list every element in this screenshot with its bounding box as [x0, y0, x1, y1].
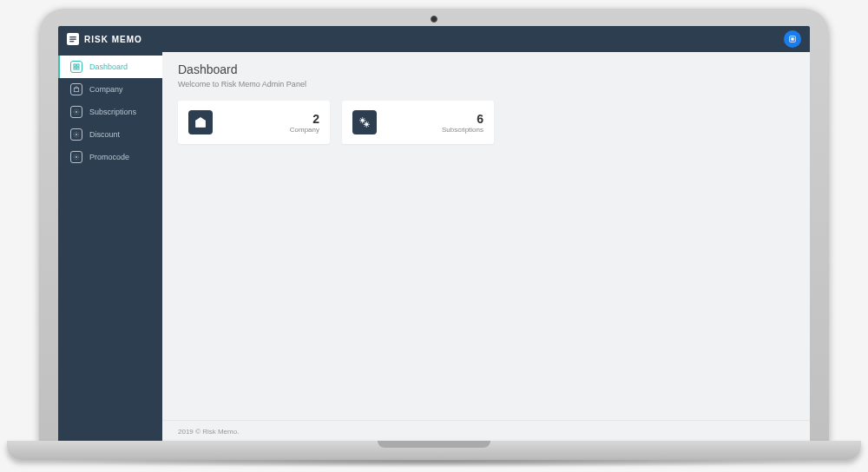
svg-rect-6	[77, 64, 79, 66]
dashboard-icon	[70, 61, 82, 73]
svg-point-11	[76, 134, 77, 135]
main-content: Dashboard Welcome to Risk Memo Admin Pan…	[162, 52, 810, 442]
sidebar-item-label: Company	[89, 85, 123, 94]
company-icon	[70, 83, 82, 95]
svg-rect-4	[791, 37, 793, 40]
sidebar-item-dashboard[interactable]: Dashboard	[58, 56, 162, 78]
stat-label: Subscriptions	[377, 126, 483, 134]
stat-value: 6	[377, 112, 483, 126]
gear-icon	[70, 106, 82, 118]
sidebar: Dashboard Company Subscriptions	[58, 52, 162, 442]
footer-text: 2019 © Risk Memo.	[178, 428, 239, 436]
svg-rect-1	[69, 39, 76, 40]
topbar-action-button[interactable]	[784, 30, 801, 48]
laptop-base	[7, 441, 861, 460]
sidebar-item-subscriptions[interactable]: Subscriptions	[58, 101, 162, 123]
gear-icon	[70, 128, 82, 141]
app-screen: RISK MEMO Dashboard Company	[58, 26, 810, 442]
brand-name: RISK MEMO	[84, 35, 142, 44]
stat-card-subscriptions[interactable]: 6 Subscriptions	[342, 101, 494, 144]
page-subtitle: Welcome to Risk Memo Admin Panel	[178, 80, 794, 88]
svg-rect-13	[196, 121, 206, 127]
svg-rect-2	[69, 41, 74, 42]
svg-rect-5	[74, 64, 76, 66]
sidebar-item-promocode[interactable]: Promocode	[58, 146, 162, 168]
svg-rect-0	[69, 36, 76, 37]
footer: 2019 © Risk Memo.	[162, 420, 810, 442]
svg-point-10	[76, 111, 77, 113]
page-title: Dashboard	[178, 62, 794, 76]
sidebar-item-label: Subscriptions	[89, 108, 136, 116]
gears-icon	[352, 110, 377, 134]
sidebar-item-label: Discount	[89, 130, 120, 139]
svg-rect-8	[77, 68, 79, 69]
sidebar-item-label: Promocode	[89, 153, 129, 161]
sidebar-item-company[interactable]: Company	[58, 78, 162, 101]
sidebar-item-discount[interactable]: Discount	[58, 123, 162, 146]
svg-rect-7	[74, 68, 76, 69]
stat-value: 2	[213, 112, 319, 126]
svg-point-16	[361, 119, 365, 122]
brand-logo-icon	[67, 33, 79, 45]
company-icon	[188, 110, 213, 134]
laptop-frame: RISK MEMO Dashboard Company	[39, 9, 829, 442]
stats-row: 2 Company 6 Subscriptions	[178, 101, 794, 144]
stat-card-company[interactable]: 2 Company	[178, 101, 330, 144]
gear-icon	[70, 151, 82, 163]
svg-point-17	[365, 123, 369, 127]
svg-point-12	[76, 156, 77, 158]
topbar: RISK MEMO	[58, 26, 810, 52]
sidebar-item-label: Dashboard	[89, 62, 128, 71]
svg-rect-9	[74, 88, 78, 92]
laptop-camera-icon	[431, 16, 437, 23]
brand[interactable]: RISK MEMO	[67, 33, 142, 45]
stat-label: Company	[213, 126, 319, 134]
